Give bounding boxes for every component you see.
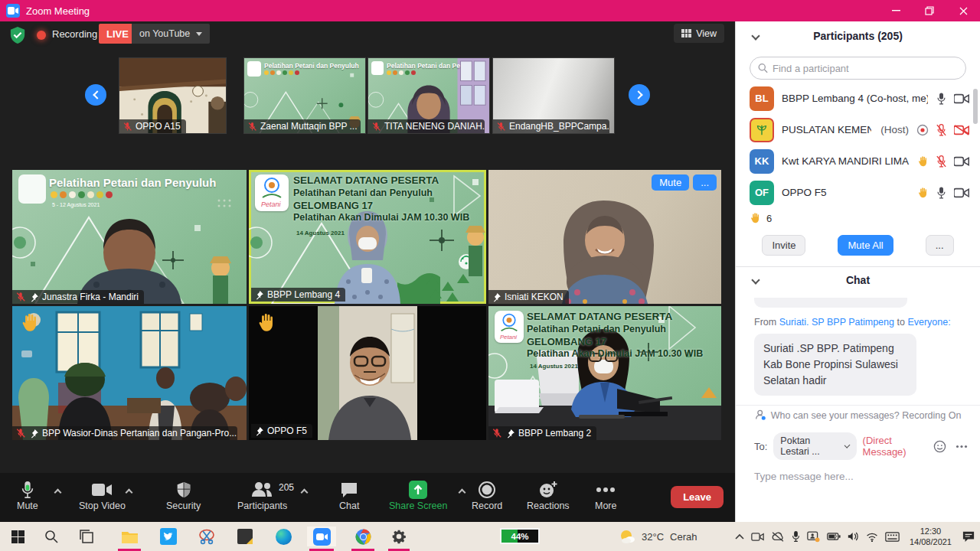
more-button[interactable]: More [595, 479, 616, 511]
task-view-button[interactable] [74, 527, 100, 546]
video-thumbnail[interactable]: EndangHB_BPPCampa... [492, 57, 615, 134]
file-explorer-icon[interactable] [116, 527, 142, 546]
mute-button[interactable]: Mute [17, 479, 38, 511]
participant-name-label: OPPO A15 [119, 119, 186, 133]
participants-more-button[interactable]: ... [926, 235, 954, 256]
tile-more-button[interactable]: ... [693, 174, 717, 191]
chat-button[interactable]: Chat [339, 479, 359, 511]
video-tile[interactable]: BPP Wasior-Dinas Pertanian dan Pangan-Pr… [12, 306, 247, 440]
participants-scrollbar[interactable] [973, 89, 978, 124]
participant-row[interactable]: BL BBPP Lembang 4 (Co-host, me) [736, 83, 980, 114]
participant-row[interactable]: OF OPPO F5 [736, 177, 980, 207]
video-tile[interactable]: Pelatihan Petani dan Penyuluh 5 - 12 Agu… [12, 170, 247, 304]
sender-link[interactable]: Suriati. SP BPP Patimpeng [779, 317, 894, 328]
settings-gear-icon[interactable] [386, 527, 412, 546]
background-date-text: 14 Agustus 2021 [296, 230, 345, 236]
recipient-link[interactable]: Everyone: [907, 317, 950, 328]
tile-mute-button[interactable]: Mute [652, 174, 689, 191]
action-center-icon[interactable] [962, 530, 975, 543]
video-tile[interactable]: Petani SELAMAT DATANG PESERTA Pelatihan … [488, 306, 721, 440]
tray-wifi-icon[interactable] [866, 532, 878, 542]
previous-message-bubble [754, 298, 907, 308]
tray-touch-keyboard-icon[interactable] [885, 532, 900, 542]
background-date-text: 14 Agustus 2021 [530, 363, 578, 370]
pin-icon [29, 429, 39, 439]
meeting-top-bar: Recording LIVE on YouTube View [0, 21, 735, 49]
participants-options-chevron[interactable] [301, 489, 309, 497]
pin-icon [505, 429, 515, 439]
leave-button[interactable]: Leave [671, 486, 724, 508]
stop-video-button[interactable]: Stop Video [79, 479, 126, 511]
video-thumbnail[interactable]: OPPO A15 [119, 57, 227, 134]
zoom-app-taskbar-icon[interactable] [307, 527, 336, 546]
chat-more-icon[interactable] [956, 445, 968, 448]
search-input[interactable] [773, 63, 958, 74]
restore-button[interactable] [913, 0, 946, 21]
participant-name-label: BBPP Lembang 2 [488, 426, 596, 440]
video-thumbnail[interactable]: Pelatihan Petani dan Penyuluh Zaenal Mut… [243, 57, 366, 134]
participant-video [12, 170, 247, 304]
tray-camera-icon[interactable] [751, 532, 764, 542]
video-thumbnail[interactable]: Pelatihan Petani dan Pe TITA NENENG DANI… [368, 57, 490, 134]
twitter-icon[interactable] [155, 527, 181, 546]
emoji-picker-icon[interactable] [933, 440, 946, 453]
close-button[interactable] [946, 0, 980, 21]
filmstrip-prev-button[interactable] [85, 84, 106, 106]
minimize-button[interactable] [879, 0, 913, 21]
start-button[interactable] [5, 527, 31, 546]
live-target-dropdown[interactable]: on YouTube [132, 24, 210, 44]
mute-options-chevron[interactable] [54, 489, 62, 497]
chrome-browser-icon[interactable] [350, 527, 376, 546]
share-screen-button[interactable]: Share Screen [389, 479, 447, 511]
chevron-down-icon [196, 32, 202, 36]
invite-button[interactable]: Invite [762, 235, 805, 256]
partner-logos [387, 70, 416, 75]
video-options-chevron[interactable] [126, 489, 133, 497]
weather-temp: 32°C [642, 531, 664, 543]
raised-hand-icon [917, 187, 929, 199]
participant-video [249, 306, 486, 440]
avatar: OF [750, 181, 774, 205]
participant-row[interactable]: KK Kwt KARYA MANDIRI LIMA ... [736, 145, 980, 177]
tray-expand-chevron[interactable] [735, 533, 744, 540]
video-tile-active-speaker[interactable]: Petani SELAMAT DATANG PESERTA Pelatihan … [249, 170, 486, 304]
filmstrip-next-button[interactable] [629, 84, 650, 106]
taskbar-clock[interactable]: 12:30 14/08/2021 [910, 526, 952, 548]
collapse-participants-chevron[interactable] [751, 31, 760, 40]
share-options-chevron[interactable] [459, 489, 466, 497]
tray-security-icon[interactable] [807, 531, 820, 543]
edge-browser-icon[interactable] [270, 527, 296, 546]
weather-widget[interactable]: 32°C Cerah [619, 527, 697, 546]
collapse-chat-chevron[interactable] [751, 276, 760, 284]
participant-name-label: Zaenal Muttaqin BPP ... [244, 119, 361, 133]
video-tile[interactable]: Mute ... Isniati KEKON [488, 170, 721, 304]
live-badge: LIVE [99, 24, 136, 44]
gallery-grid-icon [681, 29, 691, 37]
tray-onedrive-offline-icon[interactable] [771, 532, 785, 542]
direct-message-label: (Direct Message) [863, 435, 927, 458]
snipping-tool-icon[interactable] [194, 527, 220, 546]
mic-muted-icon [371, 122, 381, 132]
chat-panel-header: Chat [736, 267, 980, 293]
record-button[interactable]: Record [472, 479, 502, 511]
participants-icon [251, 481, 274, 498]
tray-battery-icon[interactable] [827, 532, 841, 541]
search-button[interactable] [38, 527, 64, 546]
security-button[interactable]: Security [166, 479, 201, 511]
recipient-dropdown[interactable]: Poktan Lestari ... [773, 432, 856, 460]
notes-app-icon[interactable] [232, 527, 258, 546]
mute-all-button[interactable]: Mute All [838, 235, 893, 256]
participant-name: Kwt KARYA MANDIRI LIMA ... [782, 155, 910, 167]
reactions-button[interactable]: Reactions [527, 479, 570, 511]
participant-row[interactable]: PUSLATAN KEMENT... (Host) [736, 114, 980, 145]
chat-message-bubble: Suriati .SP BPP. Patimpeng Kab Bone Prop… [754, 334, 916, 396]
tray-mic-icon[interactable] [792, 530, 800, 543]
search-icon [758, 63, 768, 73]
battery-percent-text: 44% [501, 532, 538, 541]
mic-icon [19, 480, 36, 500]
participant-search[interactable] [750, 57, 966, 80]
video-tile[interactable]: OPPO F5 [249, 306, 486, 440]
tray-speaker-icon[interactable] [848, 531, 859, 542]
chat-input[interactable]: Type message here... [736, 460, 980, 482]
view-button[interactable]: View [674, 24, 724, 43]
